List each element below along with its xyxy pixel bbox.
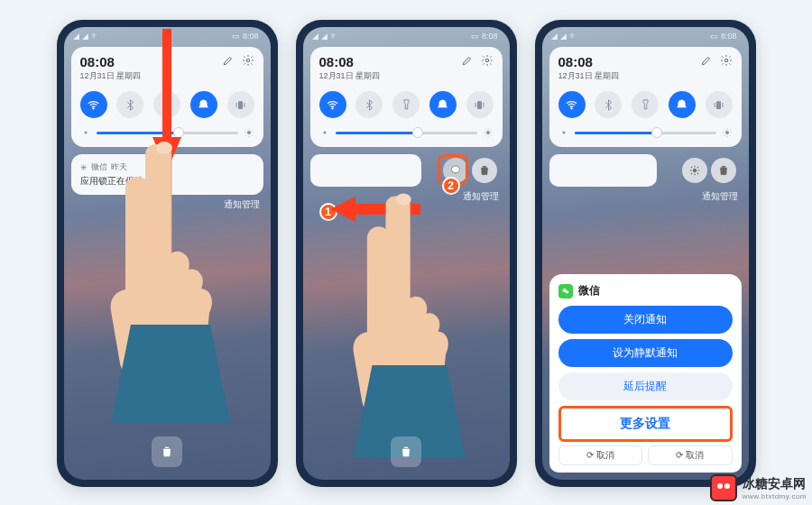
svg-point-21 bbox=[566, 290, 568, 293]
panel-time: 08:08 bbox=[80, 54, 142, 69]
notification-delete-button[interactable] bbox=[711, 158, 736, 183]
wechat-icon: ✳ bbox=[80, 163, 88, 172]
svg-point-3 bbox=[84, 132, 87, 134]
dnd-toggle[interactable] bbox=[190, 91, 217, 118]
svg-point-14 bbox=[724, 59, 728, 62]
clock-block: 08:08 12月31日 星期四 bbox=[80, 54, 142, 82]
vibrate-toggle[interactable] bbox=[466, 91, 494, 118]
watermark-logo bbox=[710, 474, 737, 501]
sheet-app-name: 微信 bbox=[578, 283, 600, 298]
edit-icon[interactable] bbox=[222, 54, 235, 70]
screen: ◢◢ᯤ ▭8:08 08:08 12月31日 星期四 bbox=[64, 27, 271, 480]
notification-delete-button[interactable] bbox=[472, 158, 497, 183]
clear-all-button[interactable] bbox=[152, 436, 182, 467]
notif-body: 应用锁正在保护 bbox=[80, 175, 254, 188]
hand-illustration bbox=[338, 188, 474, 458]
bluetooth-toggle[interactable] bbox=[355, 91, 383, 118]
brightness-slider[interactable] bbox=[558, 127, 733, 138]
edit-icon[interactable] bbox=[461, 54, 474, 70]
svg-point-1 bbox=[93, 107, 95, 109]
brightness-high-icon bbox=[244, 127, 254, 138]
panel-date: 12月31日 星期四 bbox=[80, 70, 142, 82]
edit-icon[interactable] bbox=[700, 54, 713, 70]
vibrate-toggle[interactable] bbox=[227, 91, 254, 118]
notif-when: 昨天 bbox=[111, 161, 127, 173]
screen: ◢◢ᯤ ▭8:08 08:08 12月31日 星期四 bbox=[303, 27, 510, 480]
quick-settings-panel: 08:08 12月31日 星期四 bbox=[310, 47, 503, 147]
swipe-left-arrow bbox=[330, 197, 420, 222]
flashlight-toggle[interactable] bbox=[632, 91, 659, 118]
svg-point-7 bbox=[485, 59, 489, 62]
clear-all-button[interactable] bbox=[391, 436, 421, 467]
svg-marker-5 bbox=[152, 29, 181, 171]
wifi-toggle[interactable] bbox=[80, 91, 107, 118]
wifi-toggle[interactable] bbox=[558, 91, 586, 118]
svg-point-0 bbox=[246, 59, 250, 62]
notif-app: 微信 bbox=[91, 161, 107, 173]
phone-step-1: ◢◢ᯤ ▭8:08 08:08 12月31日 星期四 bbox=[57, 20, 278, 487]
cancel-button-right[interactable]: ⟳ 取消 bbox=[648, 445, 733, 465]
close-notifications-button[interactable]: 关闭通知 bbox=[558, 306, 733, 334]
quick-settings-panel: 08:08 12月31日 星期四 bbox=[549, 47, 742, 147]
flashlight-toggle[interactable] bbox=[392, 91, 420, 118]
gear-icon[interactable] bbox=[720, 54, 733, 70]
gear-icon[interactable] bbox=[242, 54, 254, 70]
cancel-button-left[interactable]: ⟳ 取消 bbox=[558, 445, 643, 465]
svg-point-8 bbox=[332, 107, 334, 109]
dnd-toggle[interactable] bbox=[429, 91, 457, 118]
svg-rect-16 bbox=[716, 101, 721, 109]
svg-point-10 bbox=[323, 132, 326, 134]
watermark-url: www.btxtdmy.com bbox=[743, 492, 807, 500]
brightness-low-icon bbox=[80, 127, 91, 138]
swipe-down-arrow bbox=[149, 29, 185, 173]
svg-point-15 bbox=[571, 107, 573, 109]
callout-2: 2 bbox=[442, 177, 460, 195]
status-bar: ◢◢ᯤ ▭8:08 bbox=[303, 27, 510, 43]
notification-manage-link[interactable]: 通知管理 bbox=[553, 190, 738, 203]
svg-rect-2 bbox=[238, 101, 243, 109]
statusbar-time: 8:08 bbox=[243, 32, 259, 41]
status-bar: ◢◢ᯤ ▭8:08 bbox=[542, 27, 749, 43]
svg-point-19 bbox=[693, 169, 697, 172]
svg-point-11 bbox=[486, 131, 490, 134]
wifi-toggle[interactable] bbox=[319, 91, 346, 118]
wechat-icon bbox=[558, 284, 573, 298]
dnd-toggle[interactable] bbox=[669, 91, 696, 118]
silent-notifications-button[interactable]: 设为静默通知 bbox=[558, 339, 733, 367]
phone-step-3: ◢◢ᯤ ▭8:08 08:08 12月31日 星期四 bbox=[535, 20, 756, 487]
svg-point-17 bbox=[562, 132, 565, 134]
notification-options-sheet: 微信 关闭通知 设为静默通知 延后提醒 更多设置 ⟳ 取消 ⟳ 取消 bbox=[549, 274, 742, 473]
bluetooth-toggle[interactable] bbox=[116, 91, 143, 118]
notification-settings-button[interactable] bbox=[682, 158, 707, 183]
vibrate-toggle[interactable] bbox=[706, 91, 733, 118]
gear-icon[interactable] bbox=[481, 54, 494, 70]
screen: ◢◢ᯤ ▭8:08 08:08 12月31日 星期四 bbox=[542, 27, 749, 480]
notification-row-swiped[interactable] bbox=[310, 154, 503, 187]
snooze-button[interactable]: 延后提醒 bbox=[558, 372, 733, 400]
more-settings-button[interactable]: 更多设置 bbox=[558, 406, 733, 442]
svg-marker-12 bbox=[330, 197, 420, 222]
svg-rect-9 bbox=[477, 101, 482, 109]
phone-step-2: ◢◢ᯤ ▭8:08 08:08 12月31日 星期四 bbox=[296, 20, 517, 487]
tutorial-stage: ◢◢ᯤ ▭8:08 08:08 12月31日 星期四 bbox=[0, 0, 812, 487]
notification-manage-link[interactable]: 通知管理 bbox=[75, 198, 260, 211]
watermark-name: 冰糖安卓网 bbox=[743, 476, 806, 491]
brightness-slider[interactable] bbox=[319, 127, 494, 138]
notification-row-swiped[interactable] bbox=[549, 154, 742, 187]
svg-point-18 bbox=[725, 131, 729, 134]
bluetooth-toggle[interactable] bbox=[595, 91, 622, 118]
watermark: 冰糖安卓网 www.btxtdmy.com bbox=[710, 474, 807, 501]
svg-point-4 bbox=[247, 131, 251, 134]
